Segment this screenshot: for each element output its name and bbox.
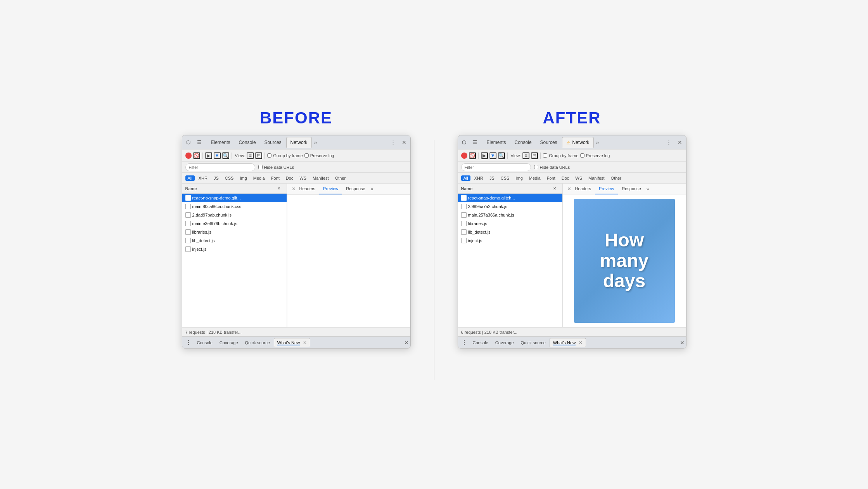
before-tab-elements[interactable]: Elements	[207, 137, 234, 148]
before-request-2[interactable]: 2.dad97bab.chunk.js	[182, 211, 287, 219]
after-search-icon[interactable]: 🔍	[498, 152, 505, 159]
after-detail-tab-preview[interactable]: Preview	[595, 184, 618, 194]
before-detail-tab-headers[interactable]: Headers	[296, 184, 320, 194]
before-group-by-frame-checkbox[interactable]	[267, 153, 271, 158]
before-more-tabs-icon[interactable]: »	[313, 139, 319, 146]
before-drawer-whatsnew-close[interactable]: ✕	[303, 340, 307, 345]
after-grid1-icon[interactable]: ≡	[522, 152, 529, 159]
after-clear-icon[interactable]: 🚫	[469, 152, 476, 159]
after-preserve-log-label[interactable]: Preserve log	[580, 153, 610, 158]
before-drawer-tab-coverage[interactable]: Coverage	[216, 338, 241, 347]
before-filter-media[interactable]: Media	[251, 175, 267, 181]
after-group-by-frame-label[interactable]: Group by frame	[543, 153, 578, 158]
after-cursor-icon[interactable]: ⬡	[460, 138, 469, 147]
before-group-by-frame-label[interactable]: Group by frame	[267, 153, 303, 158]
after-record-button[interactable]	[461, 153, 467, 159]
before-filter-other[interactable]: Other	[333, 175, 348, 181]
after-mobile-icon[interactable]: ☰	[470, 138, 480, 147]
after-filter-css[interactable]: CSS	[498, 175, 512, 181]
after-detail-tab-response[interactable]: Response	[618, 184, 645, 194]
before-drawer-tab-console[interactable]: Console	[194, 338, 216, 347]
before-grid2-icon[interactable]: ⊟	[255, 152, 262, 159]
before-drawer-close-icon[interactable]: ✕	[404, 340, 409, 346]
before-preserve-log-checkbox[interactable]	[304, 153, 309, 158]
before-tab-network[interactable]: Network	[286, 137, 312, 148]
after-grid2-icon[interactable]: ⊟	[531, 152, 538, 159]
before-detail-tab-response[interactable]: Response	[342, 184, 369, 194]
after-more-tabs-icon[interactable]: »	[595, 139, 601, 146]
after-request-0[interactable]: react-snap-demo.glitch...	[458, 194, 562, 202]
after-request-3[interactable]: libraries.js	[458, 219, 562, 228]
before-filter-font[interactable]: Font	[269, 175, 282, 181]
after-group-by-frame-checkbox[interactable]	[543, 153, 547, 158]
before-devtools-close-icon[interactable]: ✕	[399, 138, 409, 147]
before-filter-js[interactable]: JS	[211, 175, 221, 181]
before-detail-close-icon[interactable]: ✕	[292, 186, 296, 192]
before-tab-sources[interactable]: Sources	[261, 137, 285, 148]
before-filter-all[interactable]: All	[185, 175, 195, 181]
before-filter-img[interactable]: Img	[237, 175, 249, 181]
after-drawer-menu-icon[interactable]: ⋮	[460, 339, 469, 346]
after-filter-img[interactable]: Img	[513, 175, 525, 181]
after-devtools-menu-icon[interactable]: ⋮	[664, 138, 674, 147]
after-drawer-tab-console[interactable]: Console	[470, 338, 491, 347]
after-detail-close-icon[interactable]: ✕	[567, 186, 571, 192]
before-hide-data-urls-label[interactable]: Hide data URLs	[258, 165, 294, 170]
after-col-close-icon[interactable]: ✕	[550, 184, 559, 193]
before-detail-more-icon[interactable]: »	[369, 186, 375, 192]
after-filter-xhr[interactable]: XHR	[472, 175, 486, 181]
after-drawer-tab-coverage[interactable]: Coverage	[492, 338, 517, 347]
after-filter-other[interactable]: Other	[609, 175, 624, 181]
after-preserve-log-checkbox[interactable]	[580, 153, 584, 158]
before-request-3[interactable]: main.e3ef976b.chunk.js	[182, 219, 287, 228]
after-filter-media[interactable]: Media	[527, 175, 543, 181]
after-tab-elements[interactable]: Elements	[483, 137, 510, 148]
before-request-6[interactable]: inject.js	[182, 245, 287, 253]
after-drawer-tab-whatsnew[interactable]: What's New ✕	[550, 338, 586, 347]
after-filter-font[interactable]: Font	[545, 175, 558, 181]
after-drawer-close-icon[interactable]: ✕	[680, 340, 685, 346]
before-filter-icon[interactable]: ▼	[214, 152, 221, 159]
before-col-close-icon[interactable]: ✕	[274, 184, 284, 193]
before-filter-css[interactable]: CSS	[223, 175, 236, 181]
before-grid1-icon[interactable]: ≡	[247, 152, 254, 159]
after-filter-ws[interactable]: WS	[573, 175, 584, 181]
before-clear-icon[interactable]: 🚫	[193, 152, 200, 159]
after-request-2[interactable]: main.257a366a.chunk.js	[458, 211, 562, 219]
before-filter-input[interactable]	[185, 163, 255, 171]
before-request-5[interactable]: lib_detect.js	[182, 236, 287, 245]
after-request-1[interactable]: 2.9895a7a2.chunk.js	[458, 202, 562, 211]
after-filter-icon[interactable]: ▼	[489, 152, 496, 159]
before-hide-data-urls-checkbox[interactable]	[258, 165, 263, 169]
before-preserve-log-label[interactable]: Preserve log	[304, 153, 334, 158]
after-filter-all[interactable]: All	[461, 175, 470, 181]
after-drawer-tab-quicksource[interactable]: Quick source	[518, 338, 549, 347]
before-filter-manifest[interactable]: Manifest	[310, 175, 331, 181]
after-request-4[interactable]: lib_detect.js	[458, 228, 562, 236]
before-drawer-tab-quicksource[interactable]: Quick source	[242, 338, 273, 347]
before-request-0[interactable]: react-no-snap-demo.glit...	[182, 194, 287, 202]
before-filter-ws[interactable]: WS	[297, 175, 309, 181]
before-video-icon[interactable]: ▶	[205, 152, 212, 159]
before-filter-doc[interactable]: Doc	[284, 175, 296, 181]
after-filter-js[interactable]: JS	[487, 175, 497, 181]
before-mobile-icon[interactable]: ☰	[195, 138, 204, 147]
before-request-4[interactable]: libraries.js	[182, 228, 287, 236]
after-devtools-close-icon[interactable]: ✕	[675, 138, 685, 147]
after-tab-sources[interactable]: Sources	[536, 137, 561, 148]
after-drawer-whatsnew-close[interactable]: ✕	[579, 340, 583, 345]
before-filter-xhr[interactable]: XHR	[196, 175, 210, 181]
before-cursor-icon[interactable]: ⬡	[184, 138, 193, 147]
before-devtools-menu-icon[interactable]: ⋮	[389, 138, 398, 147]
after-filter-input[interactable]	[461, 163, 531, 171]
after-video-icon[interactable]: ▶	[481, 152, 488, 159]
after-request-5[interactable]: inject.js	[458, 236, 562, 245]
before-search-icon[interactable]: 🔍	[222, 152, 229, 159]
after-hide-data-urls-label[interactable]: Hide data URLs	[534, 165, 570, 170]
after-tab-network[interactable]: ⚠ Network	[562, 137, 594, 148]
before-drawer-tab-whatsnew[interactable]: What's New ✕	[274, 338, 310, 347]
before-record-button[interactable]	[185, 153, 192, 159]
before-request-1[interactable]: main.80ca66ca.chunk.css	[182, 202, 287, 211]
after-tab-console[interactable]: Console	[511, 137, 536, 148]
after-hide-data-urls-checkbox[interactable]	[534, 165, 538, 169]
